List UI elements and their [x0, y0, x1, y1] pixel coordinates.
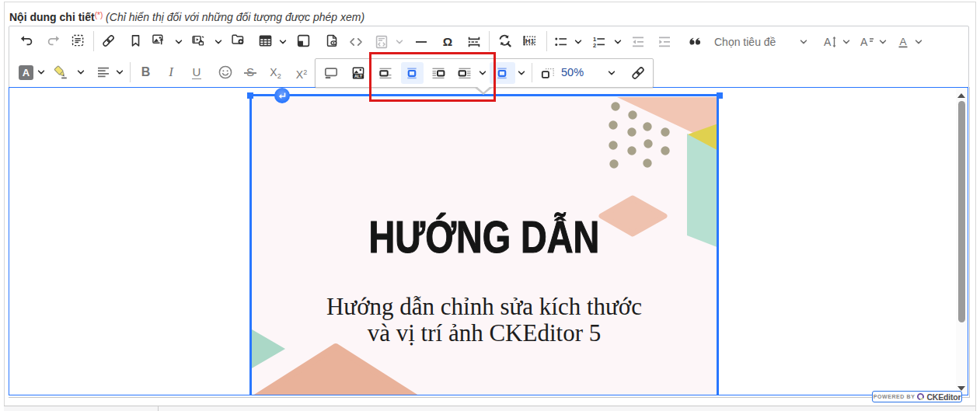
svg-text:Ω: Ω: [443, 35, 452, 48]
svg-text:H1: H1: [525, 37, 535, 44]
svg-text:A: A: [860, 35, 868, 47]
svg-text:ALT: ALT: [354, 74, 363, 78]
svg-text:A: A: [824, 35, 832, 47]
svg-text:2: 2: [593, 42, 596, 49]
svg-text:A: A: [899, 35, 906, 47]
